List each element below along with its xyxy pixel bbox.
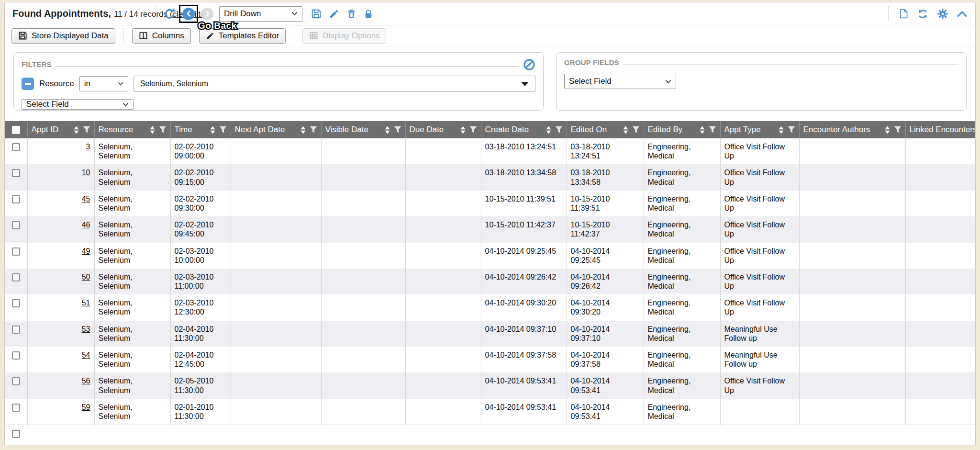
appt-id-link[interactable]: 59 — [82, 403, 90, 411]
column-header-edited-by[interactable]: Edited By — [644, 121, 720, 138]
appt-id-link[interactable]: 46 — [82, 221, 90, 229]
sort-icon[interactable] — [699, 126, 705, 134]
column-header-next-apt-date[interactable]: Next Apt Date — [231, 121, 321, 138]
go-forward-button[interactable] — [201, 8, 213, 20]
sort-icon[interactable] — [300, 126, 306, 134]
column-header-create-date[interactable]: Create Date — [481, 121, 567, 138]
undo-icon[interactable] — [163, 7, 176, 20]
row-checkbox[interactable] — [12, 143, 20, 151]
row-checkbox[interactable] — [12, 248, 20, 256]
row-checkbox[interactable] — [12, 404, 20, 412]
cell-due-date — [405, 399, 481, 425]
sort-icon[interactable] — [149, 126, 156, 134]
cell-encounter-authors — [799, 243, 905, 269]
cell-edited-on: 04-10-2014 09:37:58 — [567, 347, 644, 372]
filter-funnel-icon[interactable] — [894, 126, 902, 134]
appt-id-link[interactable]: 10 — [82, 169, 90, 177]
table-body: 3Selenium, Selenium02-02-2010 09:00:0003… — [5, 138, 976, 425]
appt-id-link[interactable]: 50 — [82, 273, 90, 281]
edit-template-icon[interactable] — [329, 9, 339, 19]
store-displayed-data-button[interactable]: Store Displayed Data — [11, 28, 115, 44]
row-checkbox-cell — [5, 269, 27, 294]
cell-appt-type: Office Visit Follow Up — [720, 138, 799, 164]
row-checkbox[interactable] — [12, 377, 20, 385]
add-filter-field-select[interactable]: Select Field — [22, 99, 134, 110]
cell-encounter-authors — [799, 269, 905, 294]
cell-time: 02-02-2010 09:45:00 — [170, 216, 231, 242]
cell-next-apt-date — [231, 321, 321, 347]
filter-funnel-icon[interactable] — [709, 126, 716, 134]
filter-funnel-icon[interactable] — [219, 126, 227, 134]
cell-resource: Selenium, Selenium — [94, 372, 170, 398]
column-header-edited-on[interactable]: Edited On — [567, 121, 644, 138]
settings-gear-icon[interactable] — [937, 8, 948, 20]
filter-funnel-icon[interactable] — [632, 126, 640, 134]
filter-funnel-icon[interactable] — [788, 126, 795, 134]
column-header-due-date[interactable]: Due Date — [405, 121, 481, 138]
sort-icon[interactable] — [73, 126, 79, 134]
appt-id-link[interactable]: 53 — [82, 325, 90, 333]
column-header-appt-id[interactable]: Appt ID — [27, 121, 94, 138]
remove-filter-button[interactable] — [22, 78, 34, 90]
filter-funnel-icon[interactable] — [310, 126, 317, 134]
filter-value-combobox[interactable]: Selenium, Selenium — [134, 76, 535, 92]
cell-due-date — [405, 138, 481, 164]
refresh-icon[interactable] — [917, 8, 929, 20]
lock-template-icon[interactable] — [364, 9, 373, 19]
cell-next-apt-date — [231, 164, 321, 190]
delete-template-icon[interactable] — [346, 9, 356, 19]
cell-resource: Selenium, Selenium — [94, 399, 170, 425]
appt-id-link[interactable]: 54 — [82, 351, 90, 359]
row-checkbox[interactable] — [12, 195, 20, 203]
filter-funnel-icon[interactable] — [469, 126, 477, 134]
collapse-panel-icon[interactable] — [957, 9, 968, 19]
row-checkbox[interactable] — [12, 430, 20, 438]
sort-icon[interactable] — [210, 126, 216, 134]
column-header-appt-type[interactable]: Appt Type — [720, 121, 799, 138]
save-template-icon[interactable] — [311, 9, 322, 19]
group-field-select[interactable]: Select Field — [564, 74, 676, 89]
clear-filters-icon[interactable] — [523, 58, 535, 73]
filter-funnel-icon[interactable] — [83, 126, 90, 134]
filters-panel: FILTERS Resource in Selenium, Selenium — [13, 52, 544, 111]
columns-button[interactable]: Columns — [132, 28, 191, 44]
column-header-visible-date[interactable]: Visible Date — [321, 121, 405, 138]
cell-time: 02-02-2010 09:15:00 — [170, 164, 231, 190]
template-select[interactable]: Drill Down — [219, 6, 302, 22]
appt-id-link[interactable]: 49 — [82, 247, 90, 255]
row-checkbox[interactable] — [12, 169, 20, 177]
cell-edited-by: Engineering, Medical — [644, 399, 720, 425]
filter-operator-select[interactable]: in — [79, 76, 128, 91]
display-options-button: Display Options — [302, 28, 386, 44]
column-header-linked-encounters[interactable]: Linked Encounters — [905, 121, 976, 138]
appt-id-cell: 45 — [27, 191, 94, 216]
row-checkbox[interactable] — [12, 299, 20, 307]
appt-id-link[interactable]: 56 — [82, 377, 90, 385]
row-checkbox[interactable] — [12, 273, 20, 281]
sort-icon[interactable] — [546, 126, 552, 134]
select-all-checkbox[interactable] — [12, 126, 20, 134]
column-header-encounter-authors[interactable]: Encounter Authors — [799, 121, 905, 138]
sort-icon[interactable] — [460, 126, 466, 134]
sort-icon[interactable] — [778, 126, 784, 134]
cell-edited-by: Engineering, Medical — [644, 164, 720, 190]
appt-id-link[interactable]: 45 — [82, 195, 90, 203]
cell-edited-by: Engineering, Medical — [644, 191, 720, 216]
filter-funnel-icon[interactable] — [159, 126, 167, 134]
sort-icon[interactable] — [384, 126, 390, 134]
new-document-icon[interactable] — [899, 8, 909, 19]
filter-funnel-icon[interactable] — [555, 126, 563, 134]
row-checkbox[interactable] — [12, 326, 20, 334]
appt-id-link[interactable]: 3 — [86, 143, 90, 151]
row-checkbox[interactable] — [12, 351, 20, 360]
sort-icon[interactable] — [884, 126, 891, 134]
sort-icon[interactable] — [623, 126, 629, 134]
divider — [623, 65, 958, 65]
appt-id-link[interactable]: 51 — [82, 299, 90, 307]
filter-funnel-icon[interactable] — [394, 126, 401, 134]
column-header-time[interactable]: Time — [170, 121, 231, 138]
appt-id-cell: 46 — [27, 216, 94, 242]
column-header-resource[interactable]: Resource — [94, 121, 170, 138]
go-back-button[interactable] — [182, 8, 195, 20]
row-checkbox[interactable] — [12, 221, 20, 229]
